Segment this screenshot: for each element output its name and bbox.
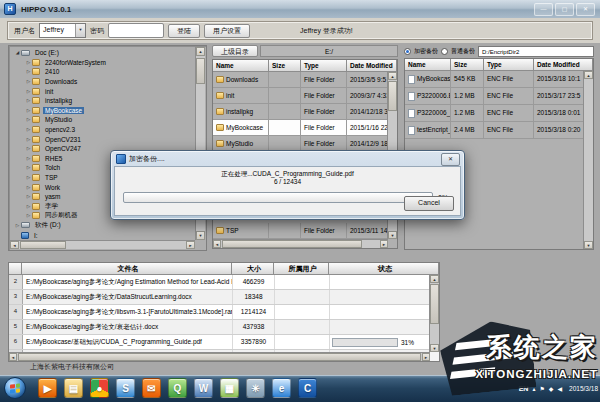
cancel-button[interactable]: Cancel [404,196,454,211]
taskbar-app-icon[interactable]: e [272,378,291,398]
tree-item[interactable]: ▷ init [11,86,194,96]
tree-expand-icon[interactable]: ▷ [25,79,32,84]
tree-expand-icon[interactable]: ▷ [25,98,32,103]
tree-expand-icon[interactable]: ▷ [25,117,32,122]
tree-item[interactable]: ▷ installpkg [11,96,194,106]
scroll-down-icon[interactable]: ▼ [388,231,397,239]
taskbar-app-icon[interactable]: S [116,378,135,398]
taskbar-app-icon[interactable]: W [194,378,213,398]
column-header-size[interactable]: 大小 [232,263,274,275]
column-header-name[interactable]: Name [213,60,269,72]
scroll-right-icon[interactable]: ► [380,240,388,248]
dialog-close-icon[interactable]: ✕ [441,153,460,166]
column-header-size[interactable]: Size [451,59,484,71]
taskbar-app-icon[interactable]: ✳ [246,378,265,398]
tree-expand-icon[interactable]: ▷ [25,156,32,161]
tree-expand-icon[interactable]: ▷ [25,146,32,151]
scrollbar-thumb[interactable] [196,58,205,84]
column-header-filename[interactable]: 文件名 [22,263,232,275]
tree-expand-icon[interactable]: ▷ [14,223,21,228]
table-row[interactable]: 3 E:/MyBookcase/aging参考论文/DataStrucutLea… [9,290,429,305]
table-row[interactable]: 4 E:/MyBookcase/aging参考论文/libsvm-3.1-[Fa… [9,305,429,320]
tree-item[interactable]: ▷ opencv2.3 [11,125,194,135]
scroll-up-icon[interactable]: ▲ [584,71,593,79]
column-header-type[interactable]: Type [301,60,347,72]
column-header-name[interactable]: Name [405,59,451,71]
tree-item[interactable]: ▷ 2240forWaterSystem [11,58,194,68]
tray-icon[interactable]: ◆ [549,385,554,393]
column-header-size[interactable]: Size [269,60,301,72]
table-row[interactable]: P3220006.E... 1.2 MB ENC File 2015/3/17 … [405,88,593,105]
encrypt-backup-radio[interactable] [404,48,411,55]
scroll-right-icon[interactable]: ► [422,353,430,361]
table-row[interactable]: testEncript_... 2.4 MB ENC File 2015/3/1… [405,122,593,139]
tray-icon[interactable]: ◀ [557,385,562,393]
tree-item[interactable]: ▷ OpenCV231 [11,134,194,144]
table-row[interactable]: Downloads File Folder 2015/3/5 9:5 [213,72,387,88]
chevron-down-icon[interactable]: ▼ [75,24,85,37]
clock-date[interactable]: 2015/3/18 [569,385,598,393]
table-row[interactable]: P3220006_1... 1.2 MB ENC File 2015/3/18 … [405,105,593,122]
dialog-title-bar[interactable]: 加密备份.... ✕ [114,153,461,165]
scroll-left-icon[interactable]: ◄ [9,353,17,361]
taskbar-app-icon[interactable]: C [298,378,317,398]
scroll-down-icon[interactable]: ▼ [584,241,593,249]
tree-expand-icon[interactable]: ▷ [25,108,32,113]
column-header-status[interactable]: 状态 [329,263,439,275]
tree-expand-icon[interactable]: ▷ [25,165,32,170]
column-header-date[interactable]: Date Modified [347,60,397,72]
tray-icon[interactable]: ⚑ [539,385,544,393]
tree-item[interactable]: ▷ MyBookcase [11,106,194,116]
column-header-type[interactable]: Type [484,59,534,71]
scroll-up-icon[interactable]: ▲ [388,72,397,80]
tree-item[interactable]: ▷ Downloads [11,77,194,87]
taskbar-app-icon[interactable]: Q [168,378,187,398]
scrollbar-thumb[interactable] [20,241,66,249]
tree-item[interactable]: ▷ MyStudio [11,115,194,125]
tree-horizontal-scrollbar[interactable]: ◄ ► [10,240,195,249]
tree-expand-icon[interactable]: ▷ [25,194,32,199]
tree-expand-icon[interactable]: ▷ [25,213,32,218]
maximize-button[interactable]: ▢ [555,3,574,16]
language-indicator[interactable]: EN [519,385,529,392]
table-row[interactable]: TSP File Folder 2015/3/11 14 [213,223,387,239]
tree-expand-icon[interactable]: ▷ [25,137,32,142]
start-button[interactable] [4,377,26,399]
task-table-horizontal-scrollbar[interactable]: ◄ ► [9,352,430,361]
column-header-date[interactable]: Date Modified [534,59,593,71]
close-button[interactable]: ✕ [576,3,595,16]
scrollbar-thumb[interactable] [388,81,397,111]
scroll-up-icon[interactable]: ▲ [430,275,439,283]
table-row[interactable]: installpkg File Folder 2014/12/18 3 [213,104,387,120]
user-settings-button[interactable]: 用户设置 [204,24,250,38]
backup-dir-combobox[interactable]: D:/EncriptDir2 [478,46,594,57]
tree-expand-icon[interactable]: ▷ [25,89,32,94]
taskbar-app-icon[interactable]: ✉ [142,378,161,398]
backup-table-vertical-scrollbar[interactable]: ▲ ▼ [583,71,593,249]
tree-expand-icon[interactable]: ◢ [14,50,21,55]
tray-icon[interactable]: ▴ [532,385,535,393]
task-table-vertical-scrollbar[interactable]: ▲ ▼ [429,275,439,352]
scroll-right-icon[interactable]: ► [186,241,195,249]
table-row[interactable]: MyBookcas... 545 KB ENC File 2015/3/18 1… [405,71,593,88]
scrollbar-thumb[interactable] [18,353,421,361]
scroll-down-icon[interactable]: ▼ [196,231,205,240]
minimize-button[interactable]: — [534,3,553,16]
tree-expand-icon[interactable]: ▷ [25,204,32,209]
scroll-up-icon[interactable]: ▲ [196,47,205,56]
taskbar-app-icon[interactable]: ● [90,378,109,398]
taskbar-app-icon[interactable]: ▦ [220,378,239,398]
scrollbar-thumb[interactable] [430,284,439,324]
tree-item[interactable]: ▷ 2410 [11,67,194,77]
table-row[interactable]: 6 E:/MyBookcase/基础知识/CUDA_C_Programming_… [9,335,429,350]
tree-expand-icon[interactable]: ▷ [25,185,32,190]
table-row[interactable]: 5 E:/MyBookcase/aging参考论文/衰老估计.docx 4379… [9,320,429,335]
scroll-left-icon[interactable]: ◄ [10,241,19,249]
tree-item[interactable]: ▷ 软件 (D:) [11,221,194,231]
password-input[interactable] [108,23,164,38]
scroll-down-icon[interactable]: ▼ [430,344,439,352]
table-row[interactable]: init File Folder 2009/3/7 4:33 [213,88,387,104]
table-row[interactable]: MyBookcase File Folder 2015/1/16 22: [213,120,387,136]
scrollbar-thumb[interactable] [222,240,362,248]
taskbar-app-icon[interactable]: ▶ [38,378,57,398]
